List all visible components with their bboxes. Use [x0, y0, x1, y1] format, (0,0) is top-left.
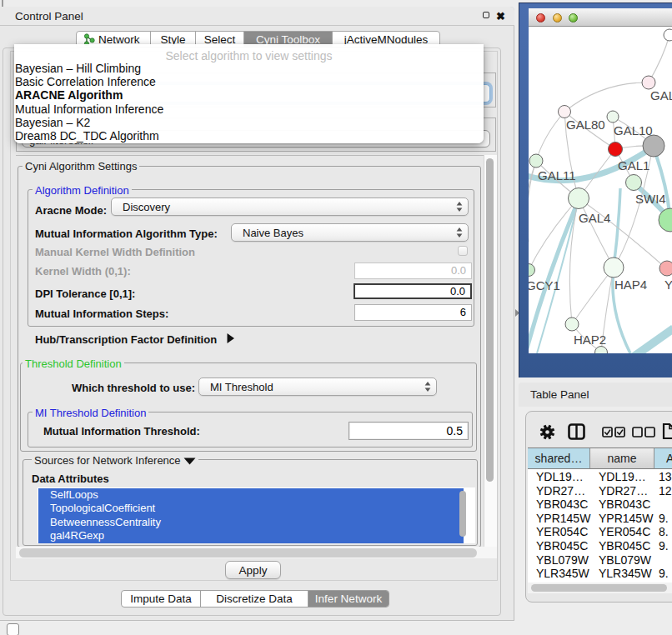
svg-text:GCY1: GCY1 — [529, 278, 560, 292]
svg-text:HAP2: HAP2 — [574, 332, 606, 347]
svg-text:GAL10: GAL10 — [614, 123, 653, 138]
svg-text:HAP4: HAP4 — [614, 278, 647, 292]
svg-text:SWI4: SWI4 — [635, 192, 666, 206]
svg-text:GAL4: GAL4 — [579, 211, 610, 225]
svg-text:GAL1: GAL1 — [618, 158, 649, 172]
svg-text:GAL80: GAL80 — [566, 118, 605, 132]
svg-text:GAL: GAL — [650, 88, 672, 102]
svg-text:Y: Y — [664, 278, 672, 292]
svg-text:GAL11: GAL11 — [538, 168, 576, 182]
